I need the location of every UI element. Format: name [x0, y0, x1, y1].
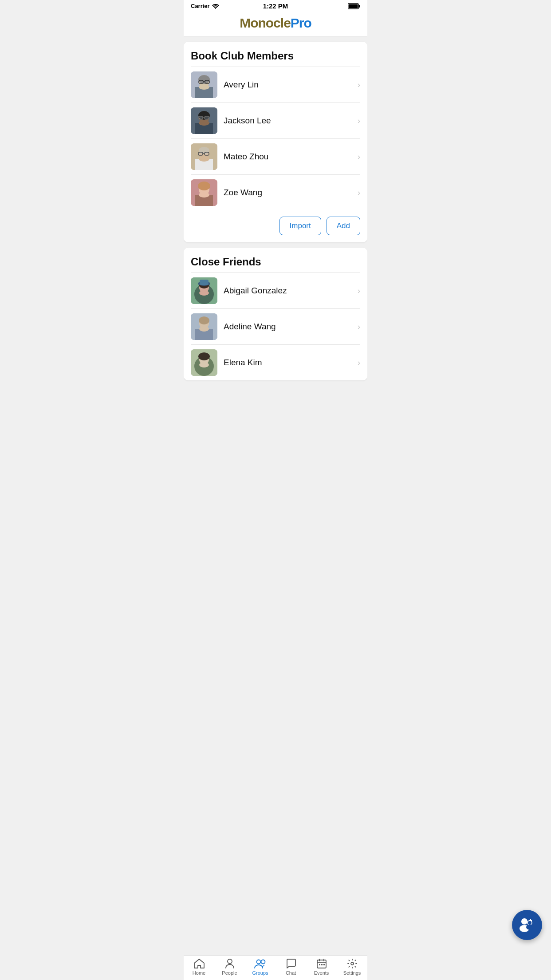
name-abigail: Abigail Gonzalez: [224, 286, 358, 296]
svg-point-49: [199, 362, 209, 368]
avatar-abigail: [191, 277, 217, 304]
svg-point-16: [199, 120, 209, 126]
svg-point-48: [198, 352, 210, 360]
chevron-jackson: ›: [358, 116, 360, 126]
status-time: 1:22 PM: [263, 2, 288, 10]
avatar-jackson: [191, 107, 217, 134]
logo-blue: Pro: [291, 16, 311, 30]
status-left: Carrier: [191, 3, 219, 9]
add-button[interactable]: Add: [327, 217, 360, 235]
svg-rect-25: [198, 152, 203, 155]
member-item-abigail[interactable]: Abigail Gonzalez ›: [184, 273, 367, 308]
svg-point-44: [199, 326, 209, 332]
svg-point-37: [199, 290, 209, 296]
close-friends-card: Close Friends Abigail Gonzalez ›: [184, 248, 367, 380]
avatar-zoe: [191, 179, 217, 206]
svg-point-0: [215, 8, 216, 9]
svg-point-24: [199, 156, 209, 162]
member-item-zoe[interactable]: Zoe Wang ›: [184, 175, 367, 210]
member-item-adeline[interactable]: Adeline Wang ›: [184, 309, 367, 344]
svg-rect-39: [200, 280, 209, 285]
svg-rect-17: [198, 116, 203, 119]
member-item-jackson[interactable]: Jackson Lee ›: [184, 103, 367, 138]
battery-icon: [348, 3, 360, 9]
member-item-avery[interactable]: Avery Lin ›: [184, 67, 367, 103]
avatar-mateo: [191, 143, 217, 170]
chevron-adeline: ›: [358, 322, 360, 332]
chevron-zoe: ›: [358, 188, 360, 198]
avatar-adeline: [191, 313, 217, 340]
app-header: MonoclePro: [184, 12, 367, 36]
book-club-card: Book Club Members Avery Lin ›: [184, 42, 367, 242]
svg-point-8: [199, 84, 209, 90]
name-mateo: Mateo Zhou: [224, 152, 358, 162]
import-button[interactable]: Import: [279, 217, 321, 235]
chevron-mateo: ›: [358, 152, 360, 162]
member-item-elena[interactable]: Elena Kim ›: [184, 345, 367, 380]
svg-point-42: [199, 316, 209, 324]
logo: MonoclePro: [184, 16, 367, 31]
svg-rect-3: [349, 4, 358, 8]
status-bar: Carrier 1:22 PM: [184, 0, 367, 12]
svg-rect-18: [205, 116, 209, 119]
name-avery: Avery Lin: [224, 80, 358, 90]
avatar-elena: [191, 349, 217, 376]
chevron-abigail: ›: [358, 286, 360, 296]
logo-dark: Monocle: [240, 16, 291, 30]
name-elena: Elena Kim: [224, 358, 358, 368]
carrier-label: Carrier: [191, 3, 210, 9]
wifi-icon: [212, 4, 219, 9]
name-zoe: Zoe Wang: [224, 188, 358, 198]
name-adeline: Adeline Wang: [224, 322, 358, 332]
chevron-avery: ›: [358, 80, 360, 90]
chevron-elena: ›: [358, 358, 360, 368]
svg-rect-26: [205, 152, 209, 155]
member-item-mateo[interactable]: Mateo Zhou ›: [184, 139, 367, 174]
name-jackson: Jackson Lee: [224, 116, 358, 126]
svg-point-30: [198, 182, 210, 190]
svg-rect-2: [359, 5, 360, 8]
svg-point-32: [199, 192, 209, 198]
svg-point-6: [198, 75, 210, 84]
action-buttons: Import Add: [184, 210, 367, 242]
book-club-title: Book Club Members: [184, 42, 367, 67]
avatar-avery: [191, 71, 217, 98]
close-friends-title: Close Friends: [184, 248, 367, 273]
main-content: Book Club Members Avery Lin ›: [184, 36, 367, 421]
